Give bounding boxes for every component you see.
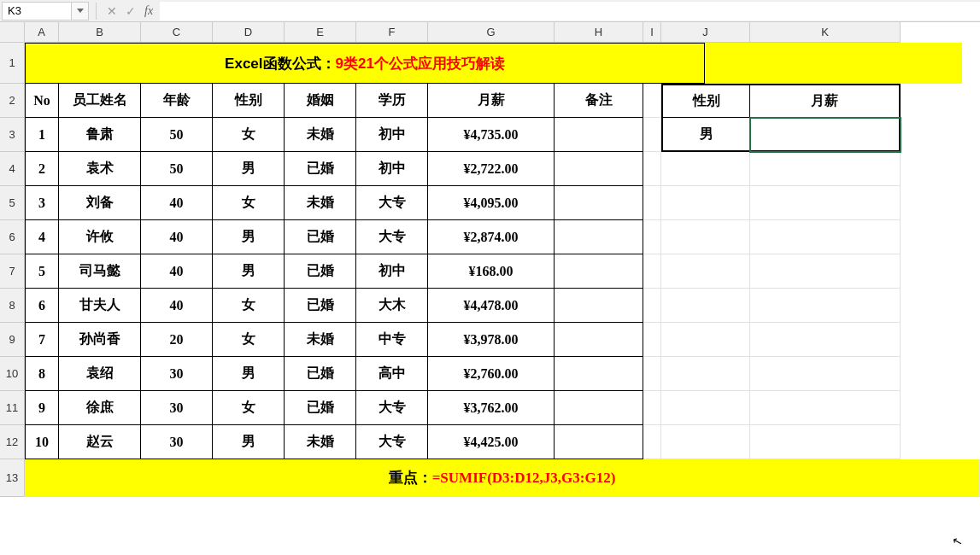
- row-header-7[interactable]: 7: [0, 254, 25, 289]
- cell-I2[interactable]: [643, 84, 661, 118]
- cell-r8-c3[interactable]: 女: [213, 289, 285, 323]
- cell-r10-c3[interactable]: 男: [213, 357, 285, 391]
- cell-r11-c5[interactable]: 大专: [356, 391, 428, 425]
- cell-r5-c0[interactable]: 3: [25, 186, 59, 220]
- row-header-6[interactable]: 6: [0, 220, 25, 254]
- cell-J6[interactable]: [661, 220, 750, 254]
- column-header-C[interactable]: C: [141, 22, 213, 43]
- side-cell-1[interactable]: [750, 118, 901, 152]
- note-cell[interactable]: 重点：=SUMIF(D3:D12,J3,G3:G12): [25, 459, 980, 497]
- cell-r7-c2[interactable]: 40: [141, 254, 213, 289]
- cell-r5-c4[interactable]: 未婚: [285, 186, 356, 220]
- cell-J4[interactable]: [661, 152, 750, 186]
- cell-r4-c5[interactable]: 初中: [356, 152, 428, 186]
- cell-r6-c5[interactable]: 大专: [356, 220, 428, 254]
- cell-r3-c4[interactable]: 未婚: [285, 118, 356, 152]
- header-5[interactable]: 学历: [356, 84, 428, 118]
- cell-r12-c0[interactable]: 10: [25, 425, 59, 459]
- row-header-1[interactable]: 1: [0, 43, 25, 84]
- cell-K10[interactable]: [750, 357, 901, 391]
- cell-r8-c4[interactable]: 已婚: [285, 289, 356, 323]
- cell-r9-c1[interactable]: 孙尚香: [59, 323, 141, 357]
- cell-r7-c6[interactable]: ¥168.00: [428, 254, 555, 289]
- row-header-11[interactable]: 11: [0, 391, 25, 425]
- cell-r11-c4[interactable]: 已婚: [285, 391, 356, 425]
- cell-r4-c7[interactable]: [555, 152, 643, 186]
- cell-I11[interactable]: [643, 391, 661, 425]
- cell-K6[interactable]: [750, 220, 901, 254]
- cell-K7[interactable]: [750, 254, 901, 289]
- cell-r3-c2[interactable]: 50: [141, 118, 213, 152]
- column-header-F[interactable]: F: [356, 22, 428, 43]
- cell-I1[interactable]: [705, 43, 723, 84]
- cell-r3-c5[interactable]: 初中: [356, 118, 428, 152]
- cell-K4[interactable]: [750, 152, 901, 186]
- cell-r10-c4[interactable]: 已婚: [285, 357, 356, 391]
- cell-K5[interactable]: [750, 186, 901, 220]
- column-header-E[interactable]: E: [285, 22, 356, 43]
- cell-r4-c0[interactable]: 2: [25, 152, 59, 186]
- select-all-corner[interactable]: [0, 22, 25, 43]
- cell-I5[interactable]: [643, 186, 661, 220]
- cell-r3-c1[interactable]: 鲁肃: [59, 118, 141, 152]
- cell-r8-c0[interactable]: 6: [25, 289, 59, 323]
- row-header-4[interactable]: 4: [0, 152, 25, 186]
- header-3[interactable]: 性别: [213, 84, 285, 118]
- title-cell[interactable]: Excel函数公式：9类21个公式应用技巧解读: [25, 43, 705, 84]
- column-header-J[interactable]: J: [661, 22, 750, 43]
- cell-r4-c4[interactable]: 已婚: [285, 152, 356, 186]
- cell-r8-c5[interactable]: 大木: [356, 289, 428, 323]
- cell-r4-c1[interactable]: 袁术: [59, 152, 141, 186]
- cell-r3-c3[interactable]: 女: [213, 118, 285, 152]
- cell-r5-c1[interactable]: 刘备: [59, 186, 141, 220]
- fx-icon[interactable]: fx: [144, 4, 153, 18]
- cell-r12-c1[interactable]: 赵云: [59, 425, 141, 459]
- row-header-13[interactable]: 13: [0, 459, 25, 497]
- cell-r12-c3[interactable]: 男: [213, 425, 285, 459]
- cell-r12-c7[interactable]: [555, 425, 643, 459]
- cell-r11-c2[interactable]: 30: [141, 391, 213, 425]
- column-header-G[interactable]: G: [428, 22, 555, 43]
- formula-input[interactable]: [160, 2, 980, 20]
- cell-r11-c7[interactable]: [555, 391, 643, 425]
- cell-r11-c0[interactable]: 9: [25, 391, 59, 425]
- cell-I3[interactable]: [643, 118, 661, 152]
- grid[interactable]: Excel函数公式：9类21个公式应用技巧解读No员工姓名年龄性别婚姻学历月薪备…: [25, 43, 980, 497]
- cell-r7-c4[interactable]: 已婚: [285, 254, 356, 289]
- cell-r6-c3[interactable]: 男: [213, 220, 285, 254]
- header-4[interactable]: 婚姻: [285, 84, 356, 118]
- cell-r6-c7[interactable]: [555, 220, 643, 254]
- cell-J10[interactable]: [661, 357, 750, 391]
- cell-r12-c2[interactable]: 30: [141, 425, 213, 459]
- name-box[interactable]: K3: [2, 2, 72, 20]
- cell-I9[interactable]: [643, 323, 661, 357]
- cell-K9[interactable]: [750, 323, 901, 357]
- cell-I7[interactable]: [643, 254, 661, 289]
- cell-r10-c6[interactable]: ¥2,760.00: [428, 357, 555, 391]
- cell-r9-c5[interactable]: 中专: [356, 323, 428, 357]
- cell-r9-c0[interactable]: 7: [25, 323, 59, 357]
- cell-r11-c6[interactable]: ¥3,762.00: [428, 391, 555, 425]
- cell-J12[interactable]: [661, 425, 750, 459]
- column-header-I[interactable]: I: [643, 22, 661, 43]
- cell-r7-c0[interactable]: 5: [25, 254, 59, 289]
- cell-r11-c3[interactable]: 女: [213, 391, 285, 425]
- cell-r12-c5[interactable]: 大专: [356, 425, 428, 459]
- cell-r6-c1[interactable]: 许攸: [59, 220, 141, 254]
- cell-r5-c2[interactable]: 40: [141, 186, 213, 220]
- cell-K8[interactable]: [750, 289, 901, 323]
- cell-r5-c7[interactable]: [555, 186, 643, 220]
- cell-J8[interactable]: [661, 289, 750, 323]
- cell-J7[interactable]: [661, 254, 750, 289]
- cell-J9[interactable]: [661, 323, 750, 357]
- cell-I12[interactable]: [643, 425, 661, 459]
- cell-r9-c6[interactable]: ¥3,978.00: [428, 323, 555, 357]
- cell-K11[interactable]: [750, 391, 901, 425]
- cell-r6-c4[interactable]: 已婚: [285, 220, 356, 254]
- side-header-0[interactable]: 性别: [661, 84, 750, 118]
- header-6[interactable]: 月薪: [428, 84, 555, 118]
- row-header-9[interactable]: 9: [0, 323, 25, 357]
- cell-J5[interactable]: [661, 186, 750, 220]
- cell-r6-c6[interactable]: ¥2,874.00: [428, 220, 555, 254]
- row-header-12[interactable]: 12: [0, 425, 25, 459]
